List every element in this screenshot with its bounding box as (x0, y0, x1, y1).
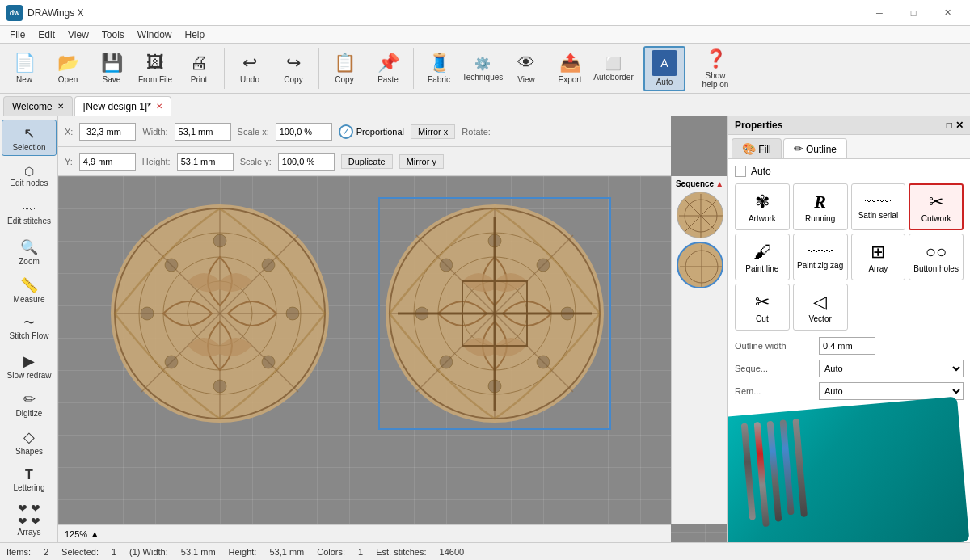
app-icon: dw (6, 5, 23, 21)
selection-icon: ↖ (23, 124, 36, 142)
editnodes-button[interactable]: ⬡ Edit nodes (2, 158, 57, 194)
sequence-thumb1[interactable] (677, 192, 723, 238)
stitchflow-button[interactable]: 〜 Stitch Flow (2, 309, 57, 346)
print-icon: 🖨 (190, 53, 208, 74)
undo-button[interactable]: ↩ Undo (229, 46, 271, 91)
tab-fill[interactable]: 🎨 Fill (732, 138, 782, 158)
sequence-select[interactable]: Auto (819, 360, 964, 377)
menu-view[interactable]: View (61, 27, 95, 42)
artwork-icon: ✾ (755, 192, 770, 213)
tab-outline[interactable]: ✏ Outline (783, 138, 847, 158)
scaley-input[interactable] (278, 153, 335, 171)
scalex-input[interactable] (276, 123, 332, 141)
auto-row: Auto (735, 166, 964, 177)
properties-panel: Properties □ ✕ 🎨 Fill ✏ Outline Auto (728, 116, 970, 542)
svg-point-31 (537, 259, 550, 272)
techniques-button[interactable]: ⚙️ Techniques (462, 46, 504, 91)
showhelp-button[interactable]: ❓ Show help on (694, 46, 736, 91)
auto-label: Auto (751, 166, 771, 177)
embroidery-circle-left (107, 200, 333, 427)
fabric-button[interactable]: 🧵 Fabric (418, 46, 460, 91)
mirrory-button[interactable]: Mirror y (399, 154, 444, 169)
menu-window[interactable]: Window (131, 27, 179, 42)
auto-checkbox[interactable] (735, 166, 746, 177)
mirrorx-button[interactable]: Mirror x (411, 124, 455, 139)
sequence-thumb2[interactable] (677, 242, 723, 288)
print-button[interactable]: 🖨 Print (178, 46, 220, 91)
stitch-artwork[interactable]: ✾ Artwork (735, 183, 790, 230)
canvas-background[interactable]: 🖊 ✕ 🖊 ✕ (58, 176, 728, 542)
paste-button[interactable]: 📌 Paste (367, 46, 409, 91)
copy-button[interactable]: 📋 Copy (323, 46, 365, 91)
menu-edit[interactable]: Edit (32, 27, 61, 42)
colors-status-label: Colors: (317, 547, 345, 557)
x-label: X: (65, 127, 73, 137)
svg-point-11 (141, 307, 154, 320)
stitch-running[interactable]: R Running (793, 183, 848, 230)
proportional-check[interactable]: ✓ (339, 124, 353, 139)
shapes-button[interactable]: ◇ Shapes (2, 424, 57, 461)
stitch-array[interactable]: ⊞ Array (851, 234, 906, 280)
autoborder-label: Autoborder (593, 73, 633, 82)
colors-status-count: 1 (358, 547, 363, 557)
maximize-button[interactable]: □ (897, 2, 930, 24)
menu-help[interactable]: Help (179, 27, 212, 42)
save-button[interactable]: 💾 Save (91, 46, 133, 91)
auto-button[interactable]: A Auto (643, 46, 685, 91)
autoborder-button[interactable]: ⬜ Autoborder (593, 46, 635, 91)
new-button[interactable]: 📄 New (3, 46, 45, 91)
paintline-label: Paint line (745, 264, 778, 273)
menu-file[interactable]: File (3, 27, 32, 42)
stitch-paintzigzag[interactable]: 〰〰 Paint zig zag (793, 234, 848, 280)
x-input[interactable] (79, 123, 136, 141)
canvas-area: X: Width: Scale x: ✓ Proportional Mirror… (58, 116, 728, 542)
view-button[interactable]: 👁 View (505, 46, 547, 91)
arrays-button[interactable]: ❤ ❤❤ ❤ Arrays (2, 500, 57, 539)
tab-newdesign-close[interactable]: ✕ (156, 102, 162, 111)
menubar: File Edit View Tools Window Help (0, 26, 970, 44)
lettering-label: Lettering (14, 483, 45, 492)
vector-icon: ◁ (813, 292, 827, 313)
save-icon: 💾 (101, 53, 123, 74)
width-input[interactable] (175, 123, 231, 141)
sequence-sort-icon[interactable]: ▲ (715, 179, 723, 188)
zoom-button[interactable]: 🔍 Zoom (2, 234, 57, 270)
lettering-button[interactable]: T Lettering (2, 462, 57, 499)
stitch-vector[interactable]: ◁ Vector (793, 284, 848, 331)
tab-newdesign[interactable]: [New design 1]* ✕ (74, 96, 171, 116)
props-close-icon[interactable]: ✕ (955, 120, 964, 131)
tab-welcome[interactable]: Welcome ✕ (3, 96, 73, 116)
zoom-up-icon[interactable]: ▲ (91, 529, 99, 538)
stitch-cut[interactable]: ✂ Cut (735, 284, 790, 331)
stitch-satinserial[interactable]: 〰〰 Satin serial (851, 183, 906, 230)
redo-button[interactable]: ↪ Copy (272, 46, 314, 91)
export-button[interactable]: 📤 Export (549, 46, 591, 91)
measure-button[interactable]: 📏 Measure (2, 272, 57, 308)
props-maximize-icon[interactable]: □ (947, 120, 952, 131)
height-status-value: 53,1 mm (269, 547, 304, 557)
editstitches-button[interactable]: 〰 Edit stitches (2, 196, 57, 232)
digitize-button[interactable]: ✏ Digitize (2, 386, 57, 423)
techniques-icon: ⚙️ (474, 56, 491, 71)
tab-welcome-close[interactable]: ✕ (57, 102, 64, 111)
slowredraw-button[interactable]: ▶ Slow redraw (2, 348, 57, 385)
rotate-label: Rotate: (462, 127, 490, 137)
shapes-label: Shapes (15, 447, 43, 456)
height-input[interactable] (177, 153, 234, 171)
open-button[interactable]: 📂 Open (47, 46, 89, 91)
paintzigzag-icon: 〰〰 (808, 245, 833, 259)
menu-tools[interactable]: Tools (95, 27, 131, 42)
redo-label: Copy (284, 75, 302, 84)
fromfile-button[interactable]: 🖼 From File (134, 46, 176, 91)
minimize-button[interactable]: ─ (863, 2, 896, 24)
measure-icon: 📏 (20, 276, 38, 294)
stitches-status-count: 14600 (440, 547, 465, 557)
stitch-cutwork[interactable]: ✂ Cutwork (909, 183, 964, 230)
selection-button[interactable]: ↖ Selection (2, 120, 57, 156)
close-button[interactable]: ✕ (931, 2, 964, 24)
duplicate-button[interactable]: Duplicate (341, 154, 393, 169)
y-input[interactable] (79, 153, 136, 171)
stitch-paintline[interactable]: 🖌 Paint line (735, 234, 790, 280)
outline-width-input[interactable] (819, 337, 875, 355)
stitch-buttonholes[interactable]: ○○ Button holes (909, 234, 964, 280)
